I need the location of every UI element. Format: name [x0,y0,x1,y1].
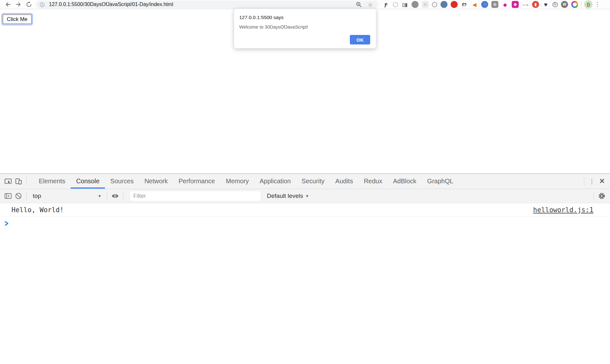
zoom-icon[interactable] [355,1,363,8]
log-text: Hello, World! [11,206,533,214]
eye-icon[interactable] [110,190,120,202]
console-toolbar-divider [26,192,27,200]
devtools-close-icon[interactable]: × [597,176,607,187]
profile-avatar[interactable]: {} [584,0,593,9]
devtools-tabs: ElementsConsoleSourcesNetworkPerformance… [33,174,459,189]
console-toolbar-divider2 [107,192,107,200]
tab-performance[interactable]: Performance [173,174,221,189]
context-selector[interactable]: top ▾ [30,191,104,201]
console-prompt-icon [4,221,10,226]
alert-message: Welcome to 30DaysOfJavaScript! [239,24,371,30]
tab-security[interactable]: Security [296,174,330,189]
rainbow-ring-icon[interactable] [571,1,578,8]
parens-icon[interactable]: - [432,2,437,7]
gear-ext-icon[interactable]: ⊛ [512,1,519,8]
tab-application[interactable]: Application [254,174,296,189]
toolbar-divider [581,2,581,7]
context-label: top [33,192,41,199]
graphql-icon[interactable]: ◈ [502,1,509,8]
console-prompt-row[interactable] [0,217,610,230]
chevron-down-icon: ▾ [98,193,101,199]
tab-graphql[interactable]: GraphQL [422,174,459,189]
f-question-icon[interactable]: f? [461,1,468,8]
browser-toolbar: ⓘ 127.0.0.1:5500/30DaysOfJavaScript/01-D… [0,0,610,9]
fonts-ninja-icon[interactable]: Ƒ [383,1,390,8]
settings-gear-icon[interactable] [597,190,607,202]
bookmark-star-icon[interactable]: ☆ [366,1,374,8]
device-toolbar-icon[interactable] [13,176,24,187]
log-levels-label: Default levels [267,192,303,199]
click-me-button[interactable]: Click Me [3,14,32,24]
devtools-menu-icon[interactable]: ⋮ [587,176,597,187]
side-panels-icon[interactable]: ▯▮ [401,1,408,8]
console-message-row: Hello, World!helloworld.js:1 [0,203,610,217]
tab-redux[interactable]: Redux [358,174,388,189]
extensions-area: Ƒ▯▮⊛-f?◀◔⊙◈⊛⌐¬▮♥GW [383,1,578,8]
alert-title: 127.0.0.1:5500 says [239,15,371,20]
tab-elements[interactable]: Elements [33,174,71,189]
devtools-panel: ElementsConsoleSourcesNetworkPerformance… [0,173,610,364]
console-drawer-icon[interactable] [3,190,13,202]
camera-icon[interactable]: ⊙ [491,1,498,8]
log-levels-selector[interactable]: Default levels ▾ [265,192,310,199]
log-source-link[interactable]: helloworld.js:1 [533,206,593,214]
ok-button[interactable]: OK [350,35,370,44]
site-info-icon[interactable]: ⓘ [40,2,45,7]
tabbar-divider [26,177,27,185]
megaphone-icon[interactable]: ◀ [471,1,478,8]
bookmark-icon[interactable]: ▮ [532,1,539,8]
chevron-down-icon: ▾ [306,193,308,199]
settings-divider [593,192,594,200]
tab-adblock[interactable]: AdBlock [388,174,422,189]
reload-icon[interactable] [24,0,34,9]
tab-memory[interactable]: Memory [220,174,254,189]
tab-audits[interactable]: Audits [330,174,358,189]
clear-console-icon[interactable] [13,190,24,202]
back-icon[interactable] [3,0,13,9]
molecule-icon[interactable]: ⊛ [422,1,429,8]
hand-stop-icon[interactable] [451,1,458,8]
forward-icon[interactable] [13,0,24,9]
console-messages: Hello, World!helloworld.js:1 [0,203,610,217]
tab-sources[interactable]: Sources [105,174,139,189]
inspect-icon[interactable] [3,176,13,187]
tab-console[interactable]: Console [71,174,105,189]
blue-orb-icon[interactable]: ◔ [481,1,488,8]
tabbar-right-divider [584,177,584,185]
devtools-tab-bar: ElementsConsoleSourcesNetworkPerformance… [0,173,610,189]
console-toolbar: top ▾ Default levels ▾ [0,189,610,203]
corner-arrows-icon[interactable]: ⌐¬ [522,1,529,8]
lens-icon[interactable] [393,2,398,7]
tab-network[interactable]: Network [139,174,173,189]
url-text[interactable]: 127.0.0.1:5500/30DaysOfJavaScript/01-Day… [49,2,351,7]
w-circle-icon[interactable]: W [561,1,568,8]
heart-search-icon[interactable]: ♥ [542,1,549,8]
eyedropper-icon[interactable] [440,1,447,8]
filter-input[interactable] [130,191,260,201]
alert-dialog: 127.0.0.1:5500 says Welcome to 30DaysOfJ… [234,9,376,49]
url-bar[interactable]: ⓘ 127.0.0.1:5500/30DaysOfJavaScript/01-D… [36,1,378,9]
browser-menu-icon[interactable]: ⋮ [593,0,602,9]
g-ring-icon[interactable]: G [552,2,558,7]
bug-icon[interactable] [412,1,419,8]
console-toolbar-divider3 [123,192,123,200]
